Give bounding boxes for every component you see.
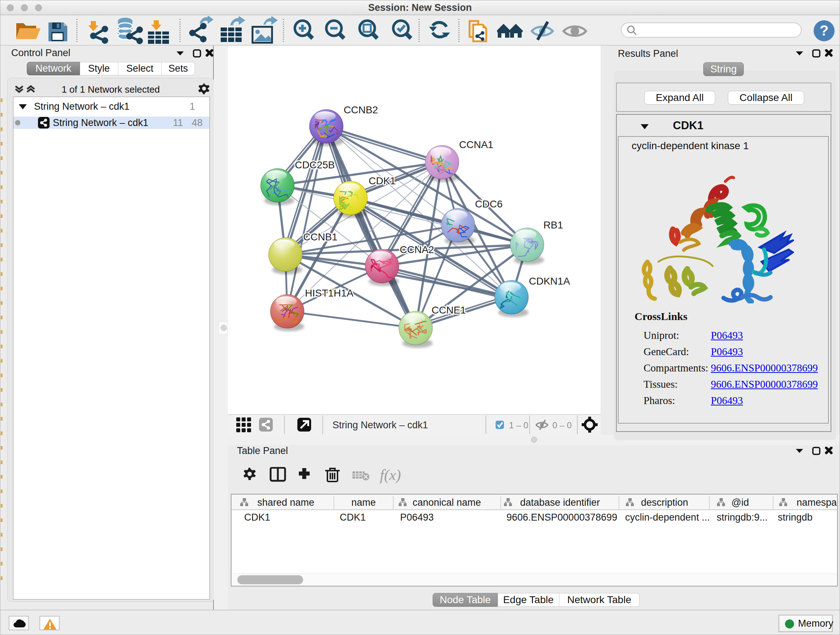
svg-text:CCNB2: CCNB2 — [344, 104, 378, 116]
svg-text:f(x): f(x) — [380, 467, 401, 484]
svg-text:CDK1: CDK1 — [369, 175, 396, 187]
svg-text:database identifier: database identifier — [520, 497, 600, 508]
svg-text:HIST1H1A: HIST1H1A — [305, 287, 354, 299]
svg-text:canonical name: canonical name — [412, 497, 481, 508]
svg-text:?: ? — [820, 22, 829, 38]
svg-text:CCNA2: CCNA2 — [400, 244, 434, 255]
svg-text:CCNE1: CCNE1 — [431, 304, 466, 316]
svg-text:name: name — [351, 497, 376, 508]
svg-text:CCNB1: CCNB1 — [303, 231, 338, 242]
svg-text:namespac: namespac — [797, 497, 837, 508]
svg-text:CDKN1A: CDKN1A — [529, 276, 570, 287]
svg-text:CDC25B: CDC25B — [295, 159, 335, 171]
svg-text:description: description — [641, 497, 688, 508]
svg-text:@id: @id — [731, 497, 749, 508]
svg-text:CDC6: CDC6 — [475, 198, 502, 210]
svg-text:CCNA1: CCNA1 — [459, 139, 493, 150]
svg-text:shared name: shared name — [257, 497, 314, 508]
svg-text:RB1: RB1 — [543, 219, 563, 231]
